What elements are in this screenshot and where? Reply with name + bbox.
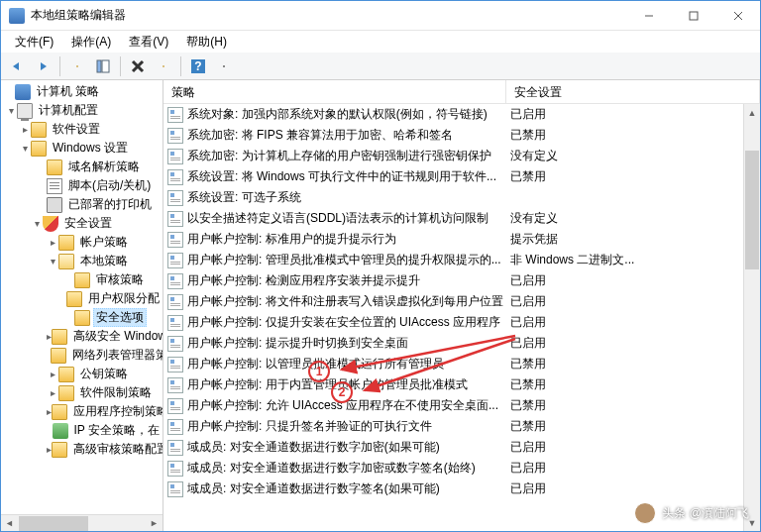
scroll-thumb[interactable]: [19, 516, 88, 531]
help-button[interactable]: ?: [186, 54, 210, 78]
policy-name: 域成员: 对安全通道数据进行数字加密(如果可能): [187, 439, 510, 456]
scroll-right-icon[interactable]: ►: [146, 516, 163, 531]
tree-local-policies[interactable]: ▾本地策略: [1, 252, 163, 270]
policy-name: 系统加密: 为计算机上存储的用户密钥强制进行强密钥保护: [187, 148, 510, 164]
tree-advanced-security[interactable]: ▸高级安全 Windows: [1, 327, 163, 346]
list-row[interactable]: 域成员: 对安全通道数据进行数字加密(如果可能)已启用: [163, 437, 760, 458]
up-button[interactable]: [65, 54, 89, 78]
list-pane: 策略 安全设置 系统对象: 加强内部系统对象的默认权限(例如，符号链接)已启用系…: [163, 80, 760, 531]
list-row[interactable]: 用户帐户控制: 以管理员批准模式运行所有管理员已禁用: [163, 354, 760, 374]
main-window: 本地组策略编辑器 文件(F) 操作(A) 查看(V) 帮助(H) ? 计算机 策…: [0, 0, 761, 532]
tree-software-restriction[interactable]: ▸软件限制策略: [1, 383, 163, 402]
list-row[interactable]: 用户帐户控制: 提示提升时切换到安全桌面已启用: [163, 333, 760, 354]
tree-computer-config[interactable]: ▾计算机配置: [1, 101, 163, 120]
policy-setting: 已启用: [510, 460, 760, 477]
list-row[interactable]: 系统设置: 将 Windows 可执行文件中的证书规则用于软件...已禁用: [163, 166, 760, 187]
watermark: 头条 @滇陆阿飞: [634, 502, 749, 524]
list-row[interactable]: 域成员: 对安全通道数据进行数字签名(如果可能)已启用: [163, 479, 760, 499]
export-button[interactable]: [152, 54, 175, 78]
policy-name: 系统设置: 可选子系统: [187, 189, 510, 206]
list-row[interactable]: 用户帐户控制: 仅提升安装在安全位置的 UIAccess 应用程序已启用: [163, 312, 760, 333]
minimize-button[interactable]: [626, 1, 671, 30]
menu-action[interactable]: 操作(A): [63, 32, 119, 53]
close-button[interactable]: [715, 1, 760, 30]
column-setting[interactable]: 安全设置: [506, 80, 760, 103]
column-policy[interactable]: 策略: [163, 80, 506, 103]
app-icon: [9, 8, 25, 24]
policy-setting: 已启用: [510, 272, 760, 289]
tree-dns-policy[interactable]: 域名解析策略: [1, 158, 163, 176]
tree-app-control[interactable]: ▸应用程序控制策略: [1, 402, 163, 421]
list-row[interactable]: 用户帐户控制: 检测应用程序安装并提示提升已启用: [163, 270, 760, 291]
policy-setting: 已禁用: [510, 356, 760, 372]
policy-icon: [167, 128, 183, 144]
tree-user-rights[interactable]: 用户权限分配: [1, 289, 163, 308]
policy-setting: 已禁用: [510, 168, 760, 185]
list-row[interactable]: 域成员: 对安全通道数据进行数字加密或数字签名(始终)已启用: [163, 458, 760, 479]
scroll-up-icon[interactable]: ▲: [744, 104, 760, 121]
policy-icon: [167, 357, 183, 372]
delete-button[interactable]: [126, 54, 150, 78]
policy-icon: [167, 169, 183, 185]
tree-security-settings[interactable]: ▾安全设置: [1, 214, 163, 233]
scroll-left-icon[interactable]: ◄: [1, 516, 18, 531]
tree-scripts[interactable]: 脚本(启动/关机): [1, 176, 163, 195]
scroll-thumb[interactable]: [745, 151, 759, 269]
policy-setting: 非 Windows 二进制文...: [510, 252, 760, 268]
tree-root[interactable]: 计算机 策略: [1, 82, 163, 101]
list-row[interactable]: 用户帐户控制: 标准用户的提升提示行为提示凭据: [163, 229, 760, 250]
list-scrollbar-vertical[interactable]: ▲ ▼: [743, 104, 760, 531]
policy-name: 用户帐户控制: 用于内置管理员帐户的管理员批准模式: [187, 376, 510, 393]
policy-setting: 已启用: [510, 314, 760, 331]
list-row[interactable]: 用户帐户控制: 只提升签名并验证的可执行文件已禁用: [163, 416, 760, 437]
policy-name: 用户帐户控制: 仅提升安装在安全位置的 UIAccess 应用程序: [187, 314, 510, 331]
list-body[interactable]: 系统对象: 加强内部系统对象的默认权限(例如，符号链接)已启用系统加密: 将 F…: [163, 104, 760, 531]
policy-name: 系统对象: 加强内部系统对象的默认权限(例如，符号链接): [187, 106, 510, 123]
menubar: 文件(F) 操作(A) 查看(V) 帮助(H): [1, 31, 760, 53]
tree-printers[interactable]: 已部署的打印机: [1, 195, 163, 214]
tree-security-options[interactable]: 安全选项: [1, 308, 163, 327]
list-row[interactable]: 用户帐户控制: 管理员批准模式中管理员的提升权限提示的...非 Windows …: [163, 250, 760, 270]
policy-icon: [167, 190, 183, 206]
menu-view[interactable]: 查看(V): [121, 32, 176, 53]
list-row[interactable]: 以安全描述符定义语言(SDDL)语法表示的计算机访问限制没有定义: [163, 208, 760, 229]
list-row[interactable]: 用户帐户控制: 将文件和注册表写入错误虚拟化到每用户位置已启用: [163, 291, 760, 312]
back-button[interactable]: [5, 54, 29, 78]
tree-scrollbar-horizontal[interactable]: ◄ ►: [1, 514, 163, 531]
policy-name: 用户帐户控制: 提示提升时切换到安全桌面: [187, 335, 510, 352]
tree-audit-policy[interactable]: 审核策略: [1, 270, 163, 289]
policy-icon: [167, 461, 183, 477]
policy-name: 系统设置: 将 Windows 可执行文件中的证书规则用于软件...: [187, 168, 510, 185]
nav-tree[interactable]: 计算机 策略 ▾计算机配置 ▸软件设置 ▾Windows 设置 域名解析策略 脚…: [1, 80, 163, 514]
policy-icon: [167, 315, 183, 331]
tree-software-settings[interactable]: ▸软件设置: [1, 120, 163, 139]
policy-name: 域成员: 对安全通道数据进行数字加密或数字签名(始终): [187, 460, 510, 477]
policy-setting: 已禁用: [510, 376, 760, 393]
policy-name: 用户帐户控制: 检测应用程序安装并提示提升: [187, 272, 510, 289]
tree-account-policies[interactable]: ▸帐户策略: [1, 233, 163, 252]
window-title: 本地组策略编辑器: [31, 7, 626, 24]
list-row[interactable]: 系统对象: 加强内部系统对象的默认权限(例如，符号链接)已启用: [163, 104, 760, 125]
menu-file[interactable]: 文件(F): [7, 32, 61, 53]
tree-advanced-audit[interactable]: ▸高级审核策略配置: [1, 440, 163, 459]
list-row[interactable]: 系统加密: 将 FIPS 兼容算法用于加密、哈希和签名已禁用: [163, 125, 760, 146]
tree-ip-security[interactable]: IP 安全策略，在: [1, 421, 163, 440]
tree-network-list[interactable]: 网络列表管理器策略: [1, 346, 163, 365]
tree-public-key[interactable]: ▸公钥策略: [1, 365, 163, 383]
menu-help[interactable]: 帮助(H): [178, 32, 235, 53]
list-row[interactable]: 系统设置: 可选子系统: [163, 187, 760, 208]
list-row[interactable]: 用户帐户控制: 用于内置管理员帐户的管理员批准模式已禁用: [163, 374, 760, 395]
svg-rect-5: [102, 60, 109, 72]
maximize-button[interactable]: [671, 1, 715, 30]
policy-icon: [167, 273, 183, 289]
svg-text:?: ?: [194, 59, 201, 73]
policy-icon: [167, 440, 183, 456]
show-hide-tree-button[interactable]: [91, 54, 115, 78]
policy-setting: 已启用: [510, 293, 760, 310]
list-header: 策略 安全设置: [163, 80, 760, 104]
list-row[interactable]: 用户帐户控制: 允许 UIAccess 应用程序在不使用安全桌面...已禁用: [163, 395, 760, 416]
forward-button[interactable]: [31, 54, 54, 78]
list-row[interactable]: 系统加密: 为计算机上存储的用户密钥强制进行强密钥保护没有定义: [163, 146, 760, 166]
tree-windows-settings[interactable]: ▾Windows 设置: [1, 139, 163, 158]
properties-button[interactable]: [212, 54, 236, 78]
